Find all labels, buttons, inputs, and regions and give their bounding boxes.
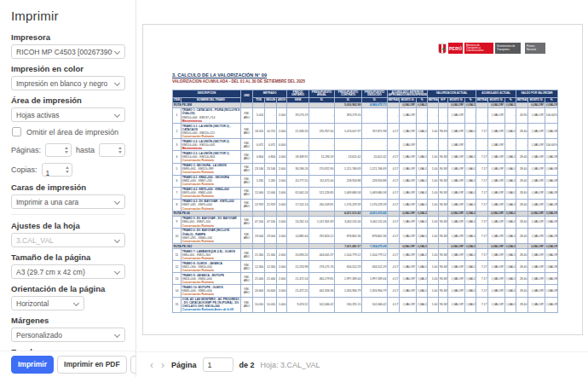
viceministry-logo: Viceministerio de Transportes	[495, 43, 521, 54]
pages-from-input[interactable]	[45, 143, 72, 157]
copies-label: Copias:	[11, 165, 37, 174]
valorization-table-wrap: DESCRIPCIONUNDMETRADOPRECIO UNITARIOPRES…	[172, 90, 557, 313]
stepper-arrows-icon[interactable]	[65, 147, 68, 154]
sheet-settings-select: 3.CAL_VAL	[11, 233, 125, 247]
chevron-down-icon	[114, 49, 120, 55]
stepper-arrows-icon[interactable]	[66, 166, 69, 173]
print-area-field: Área de impresión Hojas activas	[11, 96, 125, 122]
pages-to-input[interactable]	[99, 143, 125, 157]
valorization-table: DESCRIPCIONUNDMETRADOPRECIO UNITARIOPRES…	[172, 90, 558, 313]
page-label: Página	[171, 361, 197, 369]
chevron-down-icon	[114, 237, 120, 243]
print-area-select[interactable]: Hojas activas	[11, 107, 125, 122]
page-count-label: de 2	[239, 361, 255, 369]
chevron-down-icon	[114, 199, 120, 205]
color-mode-label: Impresión en color	[11, 64, 125, 73]
provias-logo: Provias Nacional	[525, 43, 545, 54]
printer-select[interactable]: RICOH MP C4503 [002673909A66]	[11, 44, 125, 59]
table-row: 13TRAMO 9: JAYANCA - MOTUPEKM24+000 - KM…	[173, 273, 558, 285]
margins-select-value: Personalizado	[16, 331, 62, 339]
sheet-settings-select-value: 3.CAL_VAL	[16, 236, 54, 245]
save-button[interactable]: Guardar	[130, 356, 136, 374]
prev-page-button[interactable]: ‹	[149, 360, 154, 370]
page-number-input[interactable]	[203, 357, 233, 372]
pages-label: Páginas:	[11, 146, 41, 154]
page-size-label: Tamaño de la página	[11, 252, 125, 262]
page-size-select[interactable]: A3 (29.7 cm x 42 cm)	[11, 264, 125, 279]
doc-subtitle: VALORIZACION ACUMULADA - DEL 01 AL 30 DE…	[172, 79, 305, 84]
table-row: 5TRAMO 3: SECHURA - LA UNIÓNKM90+841 - K…	[173, 163, 558, 175]
table-row: 11TRAMO 7: LAMBAYEQUE (I.E) - OLMOSKM0+0…	[173, 249, 558, 261]
sides-select-value: Imprimir a una cara	[16, 198, 78, 206]
sheet-name-label: Hoja: 3.CAL_VAL	[261, 361, 320, 369]
doc-title: 3. CALCULO DE LA VALORIZACIÓN N° 09	[172, 72, 267, 78]
chevron-down-icon	[73, 300, 79, 306]
pages-range-row: Páginas: hasta	[11, 143, 125, 157]
page-size-field: Tamaño de la página A3 (29.7 cm x 42 cm)	[11, 252, 125, 279]
table-row: 1TRAMO 1: CATACAOS - PIURA (INCLUYE 8 ÓV…	[173, 107, 558, 123]
pages-until-label: hasta	[76, 146, 95, 154]
copies-row: Copias:	[11, 163, 125, 177]
skip-print-area-label: Omitir el área de impresión	[26, 128, 118, 136]
print-pdf-button[interactable]: Imprimir en PDF	[57, 356, 127, 374]
table-row: 6TRAMO 4.1: KM62+000 - SECHURAKM62+000 -…	[173, 175, 558, 187]
table-row: 7TRAMO 4.2: KM70+000 - KM62+000KM70+000 …	[173, 187, 558, 199]
table-row: 12TRAMO 8: OLMOS - JAYANCAKM21+300 - KM2…	[173, 261, 558, 273]
sides-label: Caras de impresión	[11, 183, 125, 192]
copies-input[interactable]	[42, 163, 72, 177]
sides-field: Caras de impresión Imprimir a una cara	[11, 183, 125, 209]
print-dialog: Imprimir Impresora RICOH MP C4503 [00267…	[0, 0, 588, 377]
section-divider	[11, 214, 125, 215]
margins-label: Márgenes	[11, 316, 125, 325]
margins-field: Márgenes Personalizado	[11, 316, 125, 342]
table-row: 15CON. AV. LAS MONTERO - AV. PROGRESO - …	[173, 297, 558, 312]
table-row: 14TRAMO 10: MOTUPE - OLMOSKM45+000 - KM6…	[173, 285, 558, 297]
preview-footer: ‹ › Página de 2 Hoja: 3.CAL_VAL	[137, 351, 588, 377]
panel-title: Imprimir	[11, 9, 125, 23]
table-row: 2TRAMO 2.1: LA UNIÓN (SECTOR 2) - CATACA…	[173, 124, 558, 139]
table-row: 10TRAMO 6: DV. BAYÓVAR (INCLUYE ÓVALO) -…	[173, 229, 558, 244]
sides-select[interactable]: Imprimir a una cara	[11, 194, 125, 209]
table-row: 8TRAMO 4.3: DV. BAYÓVAR - KM70+000KM47+0…	[173, 199, 558, 211]
printer-field: Impresora RICOH MP C4503 [002673909A66]	[11, 32, 125, 59]
chevron-down-icon	[114, 112, 120, 118]
orientation-label: Orientación de la página	[11, 284, 125, 293]
table-row: 4TRAMO 2.3: LA UNIÓN (SECTOR 1)KM114+000…	[173, 151, 558, 163]
printer-select-value: RICOH MP C4503 [002673909A66]	[16, 48, 112, 56]
orientation-select[interactable]: Horizontal	[11, 296, 84, 310]
margins-select[interactable]: Personalizado	[11, 328, 125, 342]
sheet-settings-field: Ajustes de la hoja 3.CAL_VAL	[11, 221, 125, 247]
table-row: 3TRAMO 2.2: LA UNIÓN (SECTOR 2)KM114+000…	[173, 139, 558, 151]
color-mode-select[interactable]: Impresión en blanco y negro	[11, 76, 125, 90]
print-preview-area: PERÚ Ministerio de Transportes y Comunic…	[137, 0, 588, 377]
peru-logo: PERÚ	[448, 43, 463, 54]
sheet-settings-label: Ajustes de la hoja	[11, 221, 125, 230]
table-header-row: DESCRIPCIONUNDMETRADOPRECIO UNITARIOPRES…	[173, 90, 558, 98]
page-size-select-value: A3 (29.7 cm x 42 cm)	[16, 268, 85, 276]
orientation-select-value: Horizontal	[16, 299, 49, 308]
color-mode-field: Impresión en color Impresión en blanco y…	[11, 64, 125, 90]
gov-logo-bar: PERÚ Ministerio de Transportes y Comunic…	[438, 43, 545, 54]
skip-print-area-checkbox[interactable]: Omitir el área de impresión	[12, 127, 125, 136]
table-row: 9TRAMO 5: DV. BAYÓVAR - DV. BAYÓVARKM0+0…	[173, 216, 558, 228]
checkbox-icon[interactable]	[12, 127, 21, 136]
chevron-down-icon	[114, 332, 120, 338]
sidebar-footer: Imprimir Imprimir en PDF Guardar	[0, 351, 135, 377]
stepper-arrows-icon[interactable]	[118, 147, 122, 154]
preview-page: PERÚ Ministerio de Transportes y Comunic…	[142, 24, 583, 335]
orientation-field: Orientación de la página Horizontal	[11, 284, 125, 310]
ministry-logo: Ministerio de Transportes y Comunicacion…	[464, 43, 493, 54]
chevron-down-icon	[114, 269, 120, 275]
peru-coat-of-arms-icon	[438, 44, 447, 54]
chevron-down-icon	[114, 80, 120, 86]
print-area-select-value: Hojas activas	[16, 111, 60, 119]
print-area-label: Área de impresión	[11, 96, 125, 105]
print-settings-sidebar: Imprimir Impresora RICOH MP C4503 [00267…	[0, 0, 136, 377]
next-page-button[interactable]: ›	[160, 360, 165, 370]
color-mode-select-value: Impresión en blanco y negro	[16, 79, 107, 88]
printer-label: Impresora	[11, 32, 125, 42]
print-button[interactable]: Imprimir	[11, 356, 54, 374]
